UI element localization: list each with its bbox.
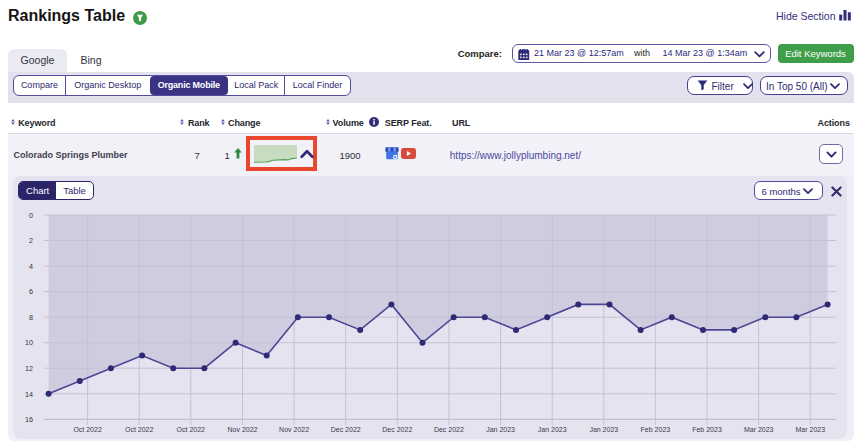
svg-text:2: 2 — [29, 236, 33, 245]
svg-text:Mar 2023: Mar 2023 — [744, 426, 774, 433]
svg-text:12: 12 — [25, 364, 33, 373]
svg-text:Oct 2022: Oct 2022 — [125, 426, 154, 433]
svg-text:Mar 2023: Mar 2023 — [796, 426, 826, 433]
svg-text:8: 8 — [29, 313, 33, 322]
svg-text:Feb 2023: Feb 2023 — [692, 426, 722, 433]
svg-text:Jan 2023: Jan 2023 — [589, 426, 618, 433]
svg-text:16: 16 — [25, 415, 33, 424]
svg-text:Dec 2022: Dec 2022 — [331, 426, 361, 433]
svg-text:4: 4 — [29, 262, 33, 271]
svg-text:Dec 2022: Dec 2022 — [382, 426, 412, 433]
svg-text:Jan 2023: Jan 2023 — [538, 426, 567, 433]
svg-text:Nov 2022: Nov 2022 — [228, 426, 258, 433]
svg-text:Nov 2022: Nov 2022 — [279, 426, 309, 433]
svg-text:Feb 2023: Feb 2023 — [641, 426, 671, 433]
svg-text:0: 0 — [29, 211, 33, 220]
svg-text:Dec 2022: Dec 2022 — [434, 426, 464, 433]
svg-text:Jan 2023: Jan 2023 — [486, 426, 515, 433]
svg-text:6: 6 — [29, 287, 33, 296]
svg-text:Oct 2022: Oct 2022 — [177, 426, 206, 433]
svg-text:14: 14 — [25, 390, 33, 399]
svg-text:Oct 2022: Oct 2022 — [73, 426, 102, 433]
svg-text:10: 10 — [25, 338, 33, 347]
